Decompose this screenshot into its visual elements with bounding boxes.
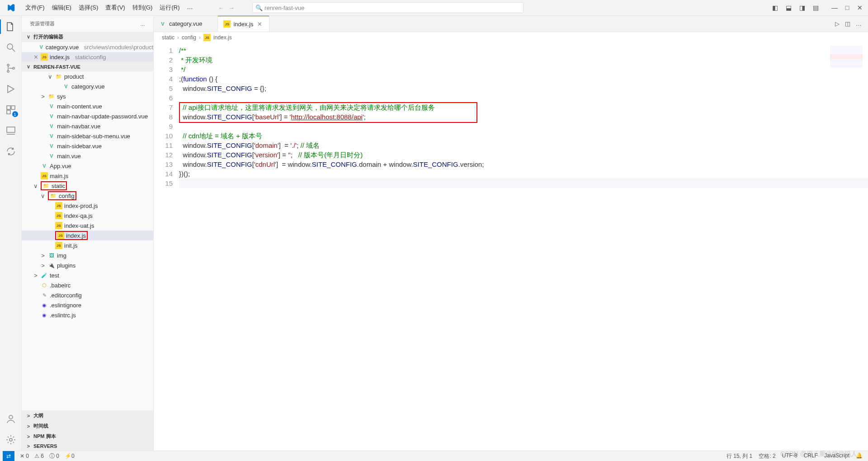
tree-item[interactable]: ◉.eslintignore <box>22 300 153 310</box>
svg-point-10 <box>9 415 13 419</box>
tree-item[interactable]: JSindex.js <box>22 230 153 240</box>
tree-item[interactable]: >🖼img <box>22 250 153 260</box>
tree-item[interactable]: JSindex-qa.js <box>22 211 153 221</box>
tab-category.vue[interactable]: Vcategory.vue <box>154 16 218 32</box>
search-icon: 🔍 <box>255 5 263 11</box>
tree-item[interactable]: Vmain-content.vue <box>22 101 153 111</box>
status-position[interactable]: 行 15, 列 1 <box>726 452 752 460</box>
layout-customize-icon[interactable]: ▤ <box>810 4 821 11</box>
title-bar: 文件(F) 编辑(E) 选择(S) 查看(V) 转到(G) 运行(R) … ← … <box>0 0 868 16</box>
search-side-icon[interactable] <box>5 42 16 53</box>
nav-back-icon[interactable]: ← <box>218 5 224 11</box>
root-label: RENREN-FAST-VUE <box>33 64 80 70</box>
explorer-icon[interactable] <box>5 21 16 32</box>
vscode-logo-icon <box>0 4 22 12</box>
window-max-icon[interactable]: □ <box>842 4 853 11</box>
close-icon[interactable]: ✕ <box>256 21 264 28</box>
open-editor-item[interactable]: ✕JSindex.js static\config <box>22 52 153 62</box>
menu-edit[interactable]: 编辑(E) <box>49 2 74 14</box>
section-大纲[interactable]: >大纲 <box>22 410 153 421</box>
tree-item[interactable]: VApp.vue <box>22 161 153 171</box>
tree-item[interactable]: ∨📁config <box>22 191 153 201</box>
tree-item[interactable]: ∨📁product <box>22 71 153 81</box>
tree-item[interactable]: ✎.editorconfig <box>22 290 153 300</box>
tree-item[interactable]: ∨📁static <box>22 181 153 191</box>
run-icon[interactable]: ▷ <box>835 20 840 27</box>
settings-gear-icon[interactable] <box>5 434 16 445</box>
tree-item[interactable]: Vmain.vue <box>22 151 153 161</box>
tree-item[interactable]: JSinit.js <box>22 240 153 250</box>
open-editor-item[interactable]: Vcategory.vue src\views\modules\product <box>22 42 153 52</box>
svg-rect-5 <box>7 106 10 109</box>
line-numbers: 123456789101112131415 <box>154 43 179 451</box>
tree-item[interactable]: ⬡.babelrc <box>22 280 153 290</box>
tab-more-icon[interactable]: … <box>856 20 862 27</box>
search-box[interactable]: 🔍 renren-fast-vue <box>252 2 524 13</box>
tree-item[interactable]: >🔌plugins <box>22 260 153 270</box>
minimap[interactable] <box>830 46 863 67</box>
tree-item[interactable]: Vcategory.vue <box>22 81 153 91</box>
window-min-icon[interactable]: — <box>829 4 840 11</box>
editor: Vcategory.vueJSindex.js✕ ▷ ◫ … static› c… <box>154 16 868 451</box>
status-bar: ⇄ ✕ 0 ⚠ 6 ⓘ 0 ⚡0 行 15, 列 1 空格: 2 UTF-8 C… <box>0 451 868 461</box>
crumb-1[interactable]: config <box>182 34 196 41</box>
svg-point-2 <box>7 64 9 66</box>
run-debug-icon[interactable] <box>5 84 16 94</box>
layout-right-icon[interactable]: ◨ <box>797 4 807 11</box>
search-placeholder: renren-fast-vue <box>264 5 304 11</box>
nav-forward-icon[interactable]: → <box>228 5 234 11</box>
watermark: CSDN @愿八重业的代码人 <box>780 450 857 458</box>
nav-arrows: ← → <box>218 5 234 11</box>
menu-select[interactable]: 选择(S) <box>76 2 101 14</box>
split-editor-icon[interactable]: ◫ <box>845 20 850 27</box>
js-icon: JS <box>203 34 211 41</box>
svg-rect-7 <box>7 110 10 114</box>
svg-point-4 <box>13 67 14 69</box>
account-icon[interactable] <box>5 414 16 424</box>
tree-item[interactable]: Vmain-sidebar-sub-menu.vue <box>22 131 153 141</box>
crumb-2[interactable]: index.js <box>213 34 232 41</box>
code-area[interactable]: 123456789101112131415 /** * 开发环境 */ ;(fu… <box>154 43 868 451</box>
tree-item[interactable]: JSmain.js <box>22 171 153 181</box>
extensions-icon[interactable]: 1 <box>5 104 16 115</box>
remote-indicator-icon[interactable]: ⇄ <box>3 451 14 461</box>
code-lines[interactable]: /** * 开发环境 */ ;(function () { window.SIT… <box>179 43 868 451</box>
status-spaces[interactable]: 空格: 2 <box>759 452 775 460</box>
tree-item[interactable]: Vmain-navbar.vue <box>22 121 153 131</box>
section-SERVERS[interactable]: >SERVERS <box>22 442 153 451</box>
menu-more[interactable]: … <box>184 2 195 14</box>
tree-item[interactable]: >🧪test <box>22 270 153 280</box>
status-errors[interactable]: ✕ 0 <box>20 453 29 459</box>
root-header[interactable]: ∨RENREN-FAST-VUE <box>22 62 153 71</box>
menu-goto[interactable]: 转到(G) <box>130 2 156 14</box>
menu-file[interactable]: 文件(F) <box>23 2 47 14</box>
svg-rect-6 <box>11 106 15 109</box>
status-info[interactable]: ⓘ 0 <box>49 452 59 460</box>
svg-point-11 <box>9 438 12 441</box>
tree-item[interactable]: >📁sys <box>22 91 153 101</box>
source-control-icon[interactable] <box>5 63 16 74</box>
crumb-0[interactable]: static <box>162 34 175 41</box>
sync-icon[interactable] <box>5 146 16 157</box>
tree-item[interactable]: ◉.eslintrc.js <box>22 310 153 320</box>
layout-left-icon[interactable]: ◧ <box>769 4 780 11</box>
sidebar: 资源管理器… ∨打开的编辑器 Vcategory.vue src\views\m… <box>22 16 154 451</box>
svg-point-3 <box>7 71 9 72</box>
tree-item[interactable]: Vmain-sidebar.vue <box>22 141 153 151</box>
breadcrumbs[interactable]: static› config› JS index.js <box>154 32 868 43</box>
tree-item[interactable]: Vmain-navbar-update-password.vue <box>22 111 153 121</box>
layout-bottom-icon[interactable]: ⬓ <box>783 4 794 11</box>
menu-view[interactable]: 查看(V) <box>103 2 127 14</box>
open-editors-header[interactable]: ∨打开的编辑器 <box>22 32 153 42</box>
window-close-icon[interactable]: ✕ <box>854 4 865 11</box>
section-NPM 脚本[interactable]: >NPM 脚本 <box>22 431 153 442</box>
status-warnings[interactable]: ⚠ 6 <box>34 453 44 459</box>
tree-item[interactable]: JSindex-prod.js <box>22 201 153 211</box>
status-port[interactable]: ⚡0 <box>65 453 75 459</box>
menu-run[interactable]: 运行(R) <box>157 2 182 14</box>
tree-item[interactable]: JSindex-uat.js <box>22 221 153 230</box>
section-时间线[interactable]: >时间线 <box>22 421 153 431</box>
tab-index.js[interactable]: JSindex.js✕ <box>218 16 269 32</box>
sidebar-more-icon[interactable]: … <box>140 21 145 27</box>
remote-explorer-icon[interactable] <box>5 125 16 136</box>
